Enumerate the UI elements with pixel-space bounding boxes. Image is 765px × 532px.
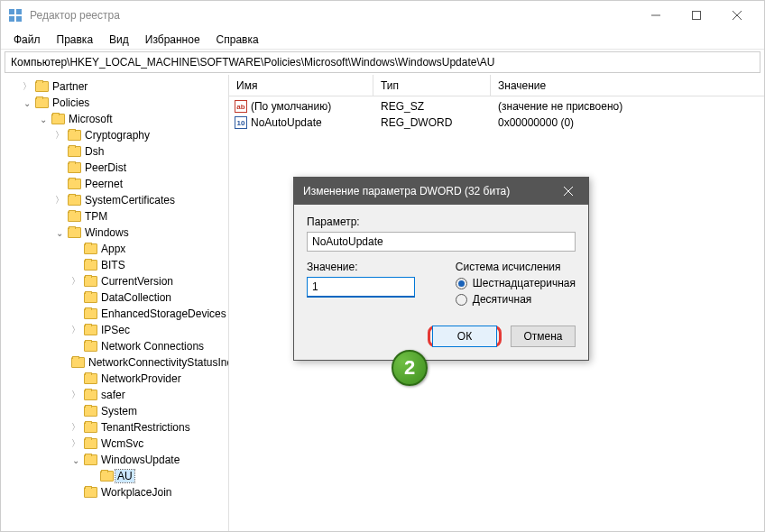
folder-icon <box>68 211 81 222</box>
value-input[interactable] <box>307 277 415 298</box>
titlebar: Редактор реестра <box>1 1 764 30</box>
column-data[interactable]: Значение <box>491 75 764 96</box>
dialog-titlebar: Изменение параметра DWORD (32 бита) <box>294 178 588 205</box>
tree-item[interactable]: 〉SystemCertificates <box>53 192 228 208</box>
tree-item[interactable]: Peernet <box>53 176 228 192</box>
window-title: Редактор реестра <box>30 9 635 22</box>
chevron-down-icon[interactable]: ⌄ <box>53 228 66 238</box>
folder-icon <box>68 162 81 173</box>
menu-favorites[interactable]: Избранное <box>138 32 207 48</box>
base-group: Система исчисления Шестнадцатеричная Дес… <box>456 261 576 309</box>
radio-icon <box>456 278 467 289</box>
tree-item[interactable]: WorkplaceJoin <box>69 484 228 500</box>
address-bar[interactable]: Компьютер\HKEY_LOCAL_MACHINE\SOFTWARE\Po… <box>5 51 760 73</box>
tree-item[interactable]: Dsh <box>53 143 228 160</box>
folder-icon <box>100 471 114 482</box>
radio-icon <box>456 294 467 306</box>
chevron-down-icon[interactable]: ⌄ <box>37 115 50 124</box>
column-type[interactable]: Тип <box>373 75 491 96</box>
tree-item[interactable]: 〉Cryptography <box>53 127 228 143</box>
string-value-icon: ab <box>235 100 247 113</box>
folder-icon <box>35 97 49 108</box>
tree-item[interactable]: System <box>69 403 228 419</box>
folder-icon <box>84 341 97 352</box>
param-name-input[interactable] <box>307 232 576 252</box>
ok-button[interactable]: ОК <box>432 326 497 347</box>
tree-item[interactable]: 〉TenantRestrictions <box>69 419 228 436</box>
tree-item[interactable]: NetworkProvider <box>69 371 228 387</box>
chevron-right-icon[interactable]: 〉 <box>69 437 82 450</box>
folder-icon <box>68 146 81 157</box>
tree-pane[interactable]: 〉Partner ⌄Policies ⌄Microsoft 〉Cryptogra… <box>1 75 229 531</box>
minimize-button[interactable] <box>635 2 676 29</box>
step-callout-2: 2 <box>392 350 428 386</box>
column-headers: Имя Тип Значение <box>229 75 764 96</box>
folder-icon <box>35 81 49 92</box>
column-name[interactable]: Имя <box>229 75 373 96</box>
tree-item[interactable]: 〉WcmSvc <box>69 436 228 452</box>
tree-item[interactable]: DataCollection <box>69 289 228 306</box>
maximize-button[interactable] <box>676 2 716 29</box>
chevron-down-icon[interactable]: ⌄ <box>69 455 82 465</box>
folder-icon <box>68 130 81 141</box>
base-label: Система исчисления <box>456 261 576 273</box>
folder-icon <box>68 179 81 189</box>
dialog-close-button[interactable] <box>558 180 579 202</box>
folder-icon <box>71 357 85 368</box>
folder-icon <box>84 325 97 335</box>
folder-icon <box>68 227 81 238</box>
menu-file[interactable]: Файл <box>6 32 48 48</box>
param-label: Параметр: <box>307 216 576 228</box>
dialog-title: Изменение параметра DWORD (32 бита) <box>303 185 510 197</box>
tree-item-policies[interactable]: ⌄Policies <box>21 95 228 111</box>
menu-view[interactable]: Вид <box>102 32 136 48</box>
tree-item[interactable]: 〉IPSec <box>69 322 228 338</box>
chevron-right-icon[interactable]: 〉 <box>21 80 33 93</box>
chevron-right-icon[interactable]: 〉 <box>53 194 66 206</box>
value-row[interactable]: 10NoAutoUpdate REG_DWORD 0x00000000 (0) <box>229 115 764 131</box>
tree-item[interactable]: BITS <box>69 257 228 273</box>
tree-item[interactable]: EnhancedStorageDevices <box>69 306 228 322</box>
tree-item[interactable]: TPM <box>53 208 228 225</box>
value-row[interactable]: ab(По умолчанию) REG_SZ (значение не при… <box>229 98 764 115</box>
tree-item-windows[interactable]: ⌄Windows <box>53 225 228 241</box>
tree-item[interactable]: PeerDist <box>53 160 228 176</box>
radio-hex[interactable]: Шестнадцатеричная <box>456 277 576 289</box>
value-label: Значение: <box>307 261 438 273</box>
edit-dword-dialog: Изменение параметра DWORD (32 бита) Пара… <box>293 177 589 361</box>
tree-item[interactable]: Appx <box>69 241 228 257</box>
chevron-right-icon[interactable]: 〉 <box>69 275 82 288</box>
dword-value-icon: 10 <box>235 116 247 129</box>
close-button[interactable] <box>716 2 757 29</box>
menu-help[interactable]: Справка <box>209 32 266 48</box>
chevron-right-icon[interactable]: 〉 <box>53 129 66 142</box>
chevron-down-icon[interactable]: ⌄ <box>21 98 33 108</box>
folder-icon <box>84 454 97 465</box>
tree-item-microsoft[interactable]: ⌄Microsoft <box>37 111 228 127</box>
svg-rect-1 <box>692 12 700 20</box>
tree-item-windowsupdate[interactable]: ⌄WindowsUpdate <box>69 452 228 468</box>
menubar: Файл Правка Вид Избранное Справка <box>1 30 764 50</box>
radio-dec[interactable]: Десятичная <box>456 293 576 306</box>
cancel-button[interactable]: Отмена <box>511 326 576 347</box>
tree-item-partner[interactable]: 〉Partner <box>21 78 228 95</box>
menu-edit[interactable]: Правка <box>50 32 101 48</box>
folder-icon <box>51 114 65 124</box>
folder-icon <box>84 373 97 384</box>
folder-icon <box>84 276 97 287</box>
tree-item[interactable]: 〉CurrentVersion <box>69 273 228 289</box>
chevron-right-icon[interactable]: 〉 <box>69 389 82 401</box>
folder-icon <box>84 390 97 400</box>
tree-item[interactable]: NetworkConnectivityStatusIndicator <box>69 354 228 371</box>
tree-item[interactable]: 〉safer <box>69 387 228 403</box>
folder-icon <box>84 406 97 417</box>
folder-icon <box>84 260 97 271</box>
chevron-right-icon[interactable]: 〉 <box>69 324 82 336</box>
folder-icon <box>84 422 97 433</box>
chevron-right-icon[interactable]: 〉 <box>69 421 82 434</box>
folder-icon <box>84 308 97 319</box>
tree-item[interactable]: Network Connections <box>69 338 228 354</box>
tree-item-au[interactable]: AU <box>86 468 228 484</box>
folder-icon <box>68 195 81 206</box>
regedit-icon <box>8 8 23 23</box>
